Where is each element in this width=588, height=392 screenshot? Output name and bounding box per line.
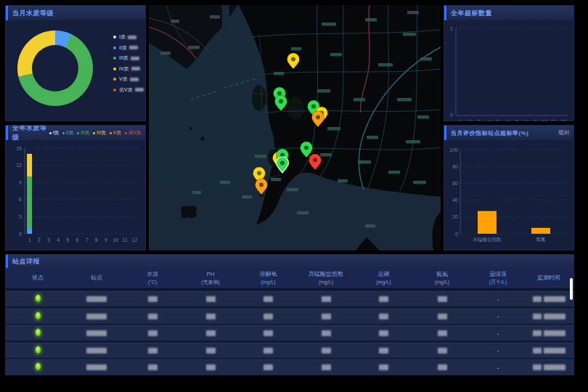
legend-dot: [110, 132, 112, 134]
value-redacted: [148, 330, 158, 336]
value-redacted: [438, 364, 447, 370]
legend-item[interactable]: II类: [113, 44, 144, 52]
legend-dot: [49, 132, 52, 134]
legend-label: III类: [81, 130, 89, 136]
annual-exceedance-chart: 10123456789101112: [444, 20, 573, 121]
column-header: 高锰酸盐指数(mg/L): [297, 271, 355, 285]
table-row[interactable]: -: [6, 359, 573, 375]
panel-title: 当月水质等级: [12, 9, 54, 18]
table-row[interactable]: -: [6, 343, 573, 358]
svg-text:0: 0: [455, 232, 458, 237]
table-body: -----: [6, 290, 573, 375]
station-name-redacted: [86, 296, 107, 302]
svg-text:3: 3: [47, 237, 50, 242]
svg-text:6: 6: [75, 237, 78, 242]
svg-text:2: 2: [468, 119, 471, 121]
monitor-time-redacted: [533, 296, 542, 302]
station-name-redacted: [86, 348, 107, 354]
legend-label: III类: [119, 54, 128, 62]
column-header: 溶解氧(mg/L): [240, 271, 297, 285]
svg-text:1: 1: [28, 237, 31, 242]
rules-link[interactable]: 规则: [558, 129, 569, 136]
svg-text:12: 12: [16, 163, 22, 168]
map[interactable]: [149, 5, 441, 250]
legend-item[interactable]: III类: [113, 54, 144, 62]
legend-item[interactable]: V类: [110, 130, 121, 136]
panel-header: 全年水质等级 I类II类III类IV类V类劣V类: [6, 126, 145, 140]
monitor-time-redacted: [544, 314, 565, 319]
legend-label: 劣V类: [128, 130, 141, 136]
value-redacted: [322, 348, 331, 354]
legend-dot: [113, 89, 116, 91]
legend-dot: [113, 78, 116, 81]
legend-label: II类: [66, 130, 73, 136]
column-header: 总磷(mg/L): [355, 271, 412, 285]
monitor-time-redacted: [533, 314, 542, 319]
panel-monthly-water-grade: 当月水质等级 I类II类III类IV类V类劣V类: [5, 5, 146, 121]
panel-title: 当月评价指标站点超标率(%): [451, 129, 528, 137]
legend-item[interactable]: V类: [113, 75, 144, 83]
table-row[interactable]: -: [6, 325, 573, 340]
legend-item[interactable]: IV类: [113, 65, 144, 73]
svg-text:6: 6: [19, 197, 22, 202]
column-header: 蓝绿藻(万个/L): [472, 271, 524, 285]
value-redacted: [206, 364, 216, 370]
monitor-time-redacted: [544, 348, 565, 354]
legend-item[interactable]: I类: [49, 130, 59, 136]
legend-value-redacted: [129, 46, 138, 49]
legend-value-redacted: [128, 36, 136, 39]
legend-item[interactable]: II类: [62, 130, 73, 136]
station-name-redacted: [86, 364, 107, 370]
svg-text:11: 11: [123, 237, 128, 242]
status-indicator: [35, 346, 41, 354]
legend-item[interactable]: I类: [113, 33, 144, 41]
svg-text:7: 7: [86, 237, 89, 242]
svg-text:40: 40: [452, 197, 458, 203]
column-header: 站点: [70, 274, 123, 282]
donut-legend: I类II类III类IV类V类劣V类: [113, 33, 144, 97]
column-header: 监测时间: [524, 274, 573, 282]
value-redacted: [148, 348, 158, 354]
table-scrollbar-thumb[interactable]: [570, 278, 573, 300]
value-redacted: [322, 364, 331, 370]
legend-label: V类: [119, 75, 128, 83]
legend-item[interactable]: 劣V类: [113, 86, 144, 94]
value-redacted: [206, 296, 216, 302]
svg-text:7: 7: [515, 119, 518, 121]
legend-value-redacted: [131, 67, 140, 70]
panel-title: 全年水质等级: [12, 125, 49, 142]
value-redacted: [379, 296, 388, 302]
legend-value-redacted: [130, 78, 139, 81]
legend-item[interactable]: III类: [77, 130, 89, 136]
value-redacted: [379, 314, 388, 319]
exceedance-rate-chart: 020406080100高锰酸盐指数氨氮: [444, 140, 573, 250]
algae-value: -: [472, 330, 524, 337]
svg-text:3: 3: [19, 214, 22, 219]
monitor-time-redacted: [533, 364, 542, 370]
legend-dot: [113, 57, 116, 60]
value-redacted: [438, 330, 447, 336]
legend-item[interactable]: 劣V类: [125, 130, 141, 136]
status-indicator: [35, 328, 41, 337]
legend-label: 劣V类: [119, 86, 133, 94]
legend-dot: [62, 132, 65, 134]
legend-item[interactable]: IV类: [93, 130, 106, 136]
table-row[interactable]: -: [6, 309, 573, 324]
value-redacted: [379, 348, 388, 354]
value-redacted: [264, 296, 273, 302]
svg-text:12: 12: [132, 237, 138, 242]
monthly-grade-donut-chart: I类II类III类IV类V类劣V类: [6, 20, 145, 121]
svg-text:5: 5: [497, 119, 499, 121]
grade-legend: I类II类III类IV类V类劣V类: [49, 130, 141, 136]
legend-label: V类: [113, 130, 121, 136]
svg-text:2: 2: [38, 237, 41, 242]
svg-text:0: 0: [19, 232, 22, 237]
value-redacted: [438, 296, 447, 302]
panel-header: 全年超标数量: [444, 6, 573, 20]
table-row[interactable]: -: [6, 291, 573, 306]
value-redacted: [148, 364, 158, 370]
value-redacted: [148, 314, 158, 319]
svg-text:8: 8: [524, 119, 527, 121]
station-name-redacted: [86, 330, 107, 336]
svg-text:0: 0: [450, 113, 453, 118]
